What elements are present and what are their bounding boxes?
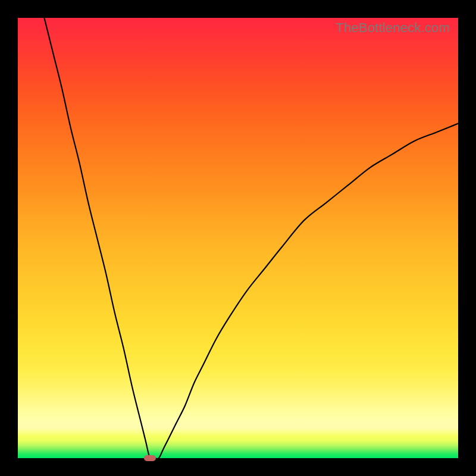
curve-svg — [18, 18, 458, 458]
chart-frame: TheBottleneck.com — [0, 0, 476, 476]
bottleneck-curve — [44, 18, 458, 459]
plot-area: TheBottleneck.com — [18, 18, 458, 458]
optimal-point-marker — [144, 455, 156, 461]
